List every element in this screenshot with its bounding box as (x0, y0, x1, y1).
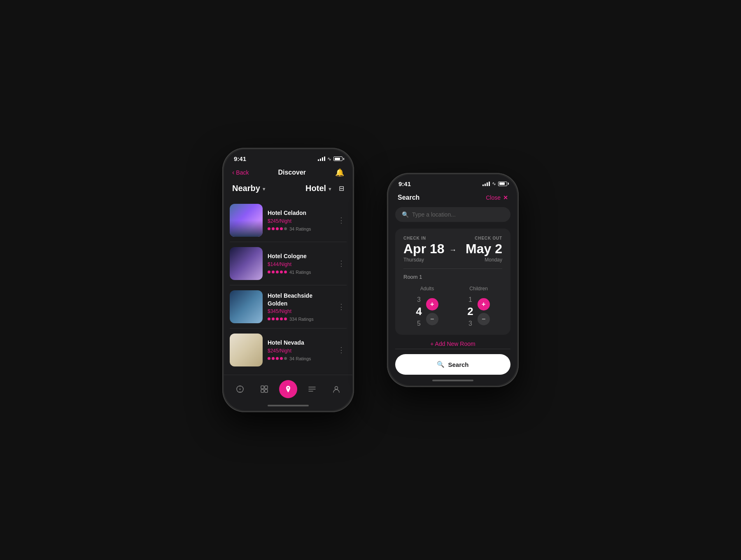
adults-counter: 3 4 5 + − (403, 296, 451, 328)
location-search-input[interactable]: 🔍 Type a location... (395, 207, 510, 222)
more-options-button[interactable]: ⋮ (336, 214, 347, 226)
adults-label: Adults (403, 286, 451, 292)
checkout-day: Monday (457, 257, 502, 263)
hotel-image-cologne (230, 247, 263, 280)
ratings-count: 334 Ratings (289, 317, 314, 322)
hotel-item[interactable]: Hotel Beachside Golden $345/Night 334 Ra… (230, 285, 347, 329)
checkin-date: Apr 18 (403, 242, 449, 255)
phone2-inner: 9:41 ∿ Search (389, 175, 517, 386)
nav-compass-button[interactable] (231, 380, 249, 398)
search-btn-icon: 🔍 (437, 361, 445, 368)
adults-increment-button[interactable]: + (426, 298, 438, 310)
star-dots (268, 227, 287, 230)
children-values: 1 2 3 (467, 296, 473, 328)
svg-rect-6 (261, 390, 264, 392)
bottom-navigation (224, 375, 352, 401)
search-action-button[interactable]: 🔍 Search (395, 354, 510, 375)
children-decrement-button[interactable]: − (478, 313, 490, 325)
ratings-count: 34 Ratings (289, 356, 311, 361)
search-icon: 🔍 (402, 211, 409, 218)
children-buttons: + − (478, 298, 490, 325)
hotel-info-celadon: Hotel Celadon $245/Night 34 Ratings (268, 209, 331, 231)
close-label: Close (486, 194, 501, 201)
location-filter-button[interactable]: Nearby ▼ (232, 184, 266, 193)
filter-bar: Nearby ▼ Hotel ▼ ⊟ (224, 181, 352, 199)
hotel-name: Hotel Cologne (268, 252, 331, 260)
status-bar-1: 9:41 ∿ (224, 149, 352, 165)
star-dots (268, 317, 287, 320)
search-btn-label: Search (448, 361, 468, 368)
checkout-label: CHECK OUT (457, 236, 502, 240)
children-increment-button[interactable]: + (478, 298, 490, 310)
hotel-info-cologne: Hotel Cologne $144/Night 41 Ratings (268, 252, 331, 274)
svg-point-12 (335, 387, 338, 390)
more-options-button[interactable]: ⋮ (336, 257, 347, 270)
hotel-price: $245/Night (268, 348, 331, 354)
adults-col: Adults 3 4 5 + − (403, 286, 451, 328)
add-room-label: + Add New Room (430, 341, 475, 347)
children-prev: 1 (468, 296, 472, 303)
nav-location-button[interactable] (279, 380, 297, 398)
status-time-1: 9:41 (234, 155, 246, 162)
status-icons-1: ∿ (318, 156, 343, 162)
adults-current: 4 (416, 305, 422, 318)
phone1-inner: 9:41 ∿ ‹ Bac (224, 149, 352, 411)
hotel-item[interactable]: Hotel Cologne $144/Night 41 Ratings (230, 242, 347, 285)
type-filter-label: Hotel (305, 184, 326, 193)
adults-decrement-button[interactable]: − (426, 313, 438, 325)
close-button[interactable]: Close ✕ (486, 194, 508, 201)
signal-icon (318, 156, 325, 161)
filter-right: Hotel ▼ ⊟ (305, 184, 344, 193)
ratings-count: 41 Ratings (289, 270, 311, 275)
back-button[interactable]: ‹ Back (232, 169, 249, 176)
children-col: Children 1 2 3 + − (455, 286, 502, 328)
hotel-name: Hotel Nevada (268, 339, 331, 346)
hotel-price: $245/Night (268, 218, 331, 224)
ratings-count: 34 Ratings (289, 226, 311, 231)
battery-icon-2 (498, 182, 507, 186)
checkout-date: May 2 (457, 242, 502, 255)
back-label: Back (236, 169, 249, 176)
svg-rect-7 (265, 390, 268, 392)
svg-point-8 (287, 387, 289, 389)
hotel-ratings-row: 34 Ratings (268, 226, 331, 231)
type-filter-button[interactable]: Hotel ▼ (305, 184, 332, 193)
nav-bar-1: ‹ Back Discover 🔔 (224, 165, 352, 181)
star-dots (268, 357, 287, 360)
bell-icon[interactable]: 🔔 (335, 168, 344, 177)
hotel-price: $345/Night (268, 308, 331, 314)
nav-list-button[interactable] (303, 380, 321, 398)
wifi-icon-2: ∿ (492, 181, 496, 187)
phone-search: 9:41 ∿ Search (387, 173, 519, 387)
hotel-name: Hotel Celadon (268, 209, 331, 217)
close-x-icon: ✕ (503, 194, 508, 201)
hotel-ratings-row: 41 Ratings (268, 270, 331, 275)
battery-icon (333, 156, 343, 161)
phone-discover: 9:41 ∿ ‹ Bac (222, 148, 354, 412)
location-chevron-icon: ▼ (262, 187, 266, 191)
hotel-image-celadon (230, 204, 263, 237)
search-divider (395, 349, 510, 349)
back-chevron-icon: ‹ (232, 169, 234, 176)
date-arrow-icon: → (449, 236, 457, 254)
hotel-item[interactable]: Hotel Celadon $245/Night 34 Ratings (230, 199, 347, 242)
svg-rect-4 (261, 386, 264, 389)
more-options-button[interactable]: ⋮ (336, 344, 347, 356)
guests-row: Adults 3 4 5 + − (403, 286, 502, 328)
search-header: Search Close ✕ (389, 190, 517, 207)
children-counter: 1 2 3 + − (455, 296, 502, 328)
add-room-button[interactable]: + Add New Room (389, 335, 517, 349)
more-options-button[interactable]: ⋮ (336, 301, 347, 313)
nav-profile-button[interactable] (327, 380, 345, 398)
hotel-image-nevada (230, 334, 263, 366)
checkin-col: CHECK IN Apr 18 Thursday (403, 236, 449, 263)
nav-grid-button[interactable] (255, 380, 273, 398)
adults-next: 5 (417, 320, 421, 327)
date-divider (403, 268, 502, 269)
status-bar-2: 9:41 ∿ (389, 175, 517, 190)
location-filter-label: Nearby (232, 184, 260, 193)
date-row: CHECK IN Apr 18 Thursday → CHECK OUT May… (403, 236, 502, 263)
hotel-info-nevada: Hotel Nevada $245/Night 34 Ratings (268, 339, 331, 361)
sliders-icon[interactable]: ⊟ (339, 184, 344, 192)
hotel-item[interactable]: Hotel Nevada $245/Night 34 Ratings (230, 329, 347, 371)
